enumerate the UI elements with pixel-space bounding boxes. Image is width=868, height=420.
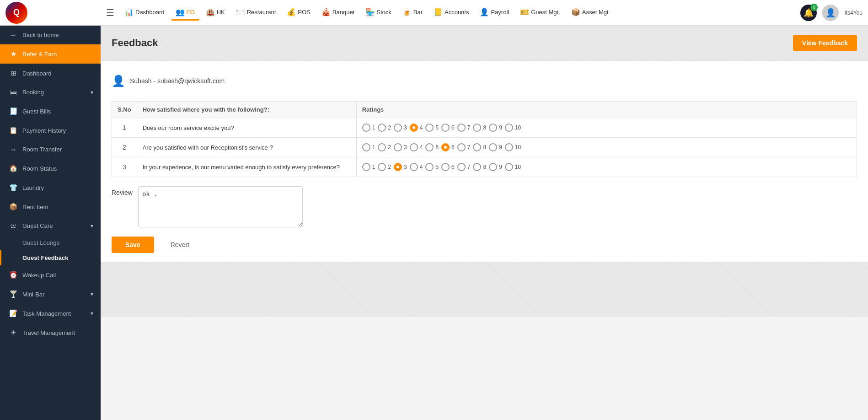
- radio-group-q2-r3[interactable]: 3: [394, 163, 407, 171]
- sidebar-item-guest_feedback[interactable]: Guest Feedback: [0, 250, 101, 265]
- nav-item-hk[interactable]: 🏨HK: [201, 5, 230, 21]
- sidebar-item-laundry[interactable]: 👕 Laundry: [0, 178, 101, 197]
- radio-group-q0-r10[interactable]: 10: [505, 124, 521, 132]
- sidebar-item-booking[interactable]: 🛏 Booking▾: [0, 83, 101, 102]
- radio-group-q1-r1[interactable]: 1: [362, 143, 375, 151]
- nav-item-dashboard[interactable]: 📊Dashboard: [120, 5, 169, 21]
- radio-btn-q0-r2[interactable]: [378, 124, 386, 132]
- radio-btn-q1-r4[interactable]: [410, 143, 418, 151]
- nav-item-guest_mgt[interactable]: 🎫Guest Mgt.: [515, 5, 565, 21]
- radio-group-q2-r9[interactable]: 9: [489, 163, 502, 171]
- radio-group-q0-r6[interactable]: 6: [441, 124, 455, 132]
- radio-btn-q1-r9[interactable]: [489, 143, 497, 151]
- radio-btn-q2-r6[interactable]: [441, 163, 450, 171]
- radio-btn-q2-r4[interactable]: [410, 163, 418, 171]
- radio-group-q1-r5[interactable]: 5: [425, 143, 439, 151]
- radio-group-q2-r5[interactable]: 5: [425, 163, 439, 171]
- sidebar-item-refer[interactable]: ★ Refer & Earn: [0, 44, 101, 64]
- radio-btn-q1-r5[interactable]: [425, 143, 434, 151]
- review-textarea[interactable]: [138, 186, 303, 227]
- nav-item-stock[interactable]: 🏪Stock: [361, 5, 396, 21]
- radio-group-q2-r6[interactable]: 6: [441, 163, 455, 171]
- radio-btn-q1-r2[interactable]: [378, 143, 386, 151]
- radio-group-q0-r7[interactable]: 7: [457, 124, 471, 132]
- radio-btn-q0-r3[interactable]: [394, 124, 402, 132]
- radio-btn-q0-r10[interactable]: [505, 124, 513, 132]
- radio-btn-q1-r6[interactable]: [441, 143, 450, 151]
- user-info-text: Subash - subash@qwicksoft.com: [130, 77, 225, 85]
- radio-btn-q0-r1[interactable]: [362, 124, 370, 132]
- view-feedback-button[interactable]: View Feedback: [793, 35, 857, 51]
- sidebar-item-room_transfer[interactable]: ↔ Room Transfer: [0, 140, 101, 159]
- radio-group-q0-r5[interactable]: 5: [425, 124, 439, 132]
- nav-item-banquet[interactable]: 🎪Banquet: [317, 5, 359, 21]
- sidebar-item-payment_history[interactable]: 📋 Payment History: [0, 121, 101, 140]
- sidebar-item-guest_bills[interactable]: 🧾 Guest Bills: [0, 102, 101, 121]
- radio-group-q0-r2[interactable]: 2: [378, 124, 391, 132]
- radio-group-q1-r3[interactable]: 3: [394, 143, 407, 151]
- nav-item-accounts[interactable]: 📒Accounts: [429, 5, 473, 21]
- radio-group-q2-r7[interactable]: 7: [457, 163, 471, 171]
- table-row: 2Are you satisfied with our Receptionist…: [112, 138, 857, 157]
- radio-btn-q2-r3[interactable]: [394, 163, 402, 171]
- save-button[interactable]: Save: [112, 237, 154, 253]
- sidebar-item-wakeup_call[interactable]: ⏰ Wakeup Call: [0, 265, 101, 285]
- radio-btn-q2-r1[interactable]: [362, 163, 370, 171]
- radio-group-q0-r9[interactable]: 9: [489, 124, 502, 132]
- radio-btn-q2-r8[interactable]: [473, 163, 481, 171]
- sidebar-item-task_management[interactable]: 📝 Task Management▾: [0, 304, 101, 323]
- radio-group-q1-r8[interactable]: 8: [473, 143, 486, 151]
- radio-btn-q0-r8[interactable]: [473, 124, 481, 132]
- radio-btn-q0-r6[interactable]: [441, 124, 450, 132]
- user-avatar[interactable]: 👤: [822, 5, 839, 21]
- radio-btn-q2-r5[interactable]: [425, 163, 434, 171]
- radio-group-q2-r8[interactable]: 8: [473, 163, 486, 171]
- notifications-bell[interactable]: 🔔 0: [800, 5, 817, 21]
- radio-btn-q0-r9[interactable]: [489, 124, 497, 132]
- radio-group-q1-r2[interactable]: 2: [378, 143, 391, 151]
- radio-group-q1-r7[interactable]: 7: [457, 143, 471, 151]
- radio-group-q0-r1[interactable]: 1: [362, 124, 375, 132]
- nav-item-fo[interactable]: 👥FO: [171, 5, 199, 21]
- radio-btn-q0-r7[interactable]: [457, 124, 466, 132]
- sidebar-item-room_status[interactable]: 🏠 Room Status: [0, 159, 101, 178]
- radio-group-q1-r10[interactable]: 10: [505, 143, 521, 151]
- radio-group-q0-r4[interactable]: 4: [410, 124, 423, 132]
- radio-group-q2-r10[interactable]: 10: [505, 163, 521, 171]
- radio-btn-q2-r2[interactable]: [378, 163, 386, 171]
- nav-item-asset_mgt[interactable]: 📦Asset Mgt: [567, 5, 613, 21]
- radio-btn-q1-r10[interactable]: [505, 143, 513, 151]
- nav-item-bar[interactable]: 🍺Bar: [398, 5, 427, 21]
- radio-btn-q0-r4[interactable]: [410, 124, 418, 132]
- radio-group-q2-r1[interactable]: 1: [362, 163, 375, 171]
- radio-btn-q1-r8[interactable]: [473, 143, 481, 151]
- radio-btn-q1-r1[interactable]: [362, 143, 370, 151]
- radio-group-q1-r6[interactable]: 6: [441, 143, 455, 151]
- sidebar-item-travel_management[interactable]: ✈ Travel Management: [0, 323, 101, 342]
- sidebar-item-rent_item[interactable]: 📦 Rent Item: [0, 197, 101, 216]
- sidebar-item-mini_bar[interactable]: 🍸 Mini-Bar▾: [0, 285, 101, 304]
- radio-btn-q1-r3[interactable]: [394, 143, 402, 151]
- nav-item-pos[interactable]: 💰POS: [282, 5, 315, 21]
- sidebar-item-guest_lounge[interactable]: Guest Lounge: [0, 235, 101, 250]
- guest_mgt-icon: 🎫: [520, 8, 529, 16]
- sidebar-item-guest_care[interactable]: 🛎 Guest Care▾: [0, 216, 101, 235]
- radio-btn-q2-r10[interactable]: [505, 163, 513, 171]
- sidebar-item-dashboard[interactable]: ⊞ Dashboard: [0, 64, 101, 83]
- radio-group-q0-r8[interactable]: 8: [473, 124, 486, 132]
- radio-group-q2-r2[interactable]: 2: [378, 163, 391, 171]
- radio-btn-q2-r9[interactable]: [489, 163, 497, 171]
- nav-item-restaurant[interactable]: 🍽️Restaurant: [231, 5, 281, 21]
- app-logo[interactable]: Q: [5, 2, 27, 24]
- radio-group-q0-r3[interactable]: 3: [394, 124, 407, 132]
- radio-btn-q1-r7[interactable]: [457, 143, 466, 151]
- radio-btn-q2-r7[interactable]: [457, 163, 466, 171]
- revert-button[interactable]: Revert: [161, 237, 198, 253]
- radio-group-q1-r9[interactable]: 9: [489, 143, 502, 151]
- radio-group-q1-r4[interactable]: 4: [410, 143, 423, 151]
- radio-btn-q0-r5[interactable]: [425, 124, 434, 132]
- hamburger-menu[interactable]: ☰: [106, 7, 114, 18]
- nav-item-payroll[interactable]: 👤Payroll: [475, 5, 514, 21]
- sidebar-item-back[interactable]: ← Back to home: [0, 26, 101, 44]
- radio-group-q2-r4[interactable]: 4: [410, 163, 423, 171]
